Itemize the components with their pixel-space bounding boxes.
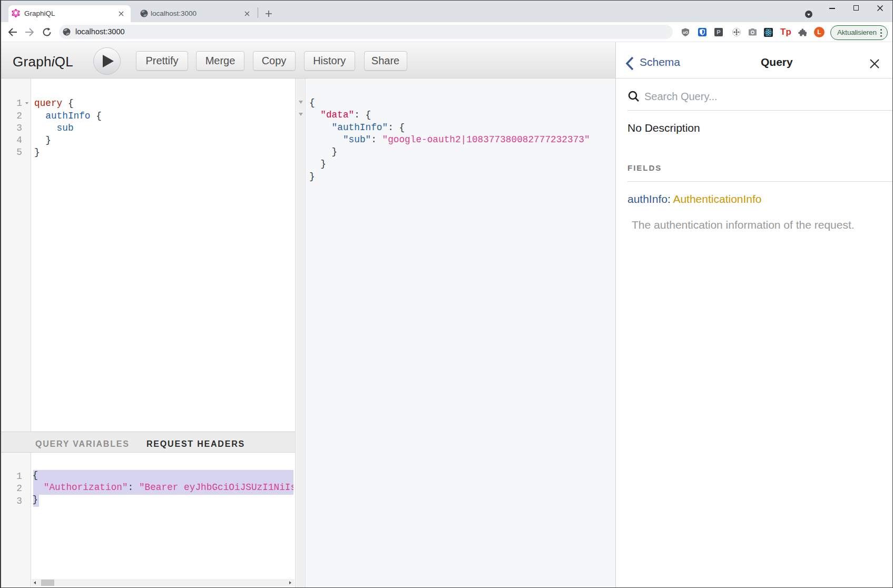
svg-text:uO: uO — [683, 31, 688, 34]
